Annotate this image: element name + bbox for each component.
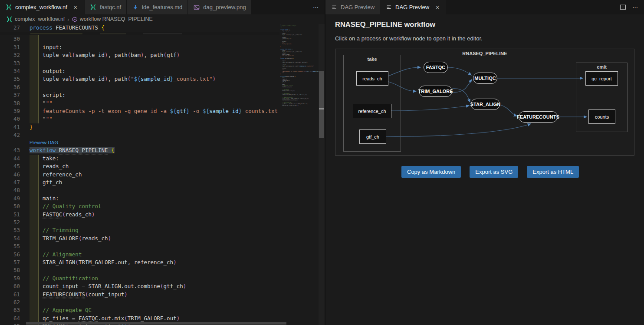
tab-dag-preview-png[interactable]: dag_preview.png: [188, 0, 251, 14]
indent-guide-highlight: [30, 306, 39, 314]
code-line-50[interactable]: 50 // Quality control: [0, 202, 279, 210]
more-actions-icon[interactable]: ⋯: [313, 4, 319, 10]
code-line-40[interactable]: 40 """: [0, 115, 279, 123]
code-text: [20, 131, 30, 139]
indent-guide-highlight: [30, 235, 39, 242]
code-line-62[interactable]: 62: [0, 298, 279, 306]
line-number: 62: [0, 298, 20, 306]
tab-label: DAG Preview: [341, 4, 375, 10]
nextflow-icon: [90, 4, 97, 11]
dag-channel-node-reads_ch[interactable]: reads_ch: [356, 71, 388, 86]
dag-process-node-STAR_ALIGN[interactable]: STAR_ALIGN: [471, 99, 500, 110]
breadcrumb-file[interactable]: complex_workflow.nf: [6, 16, 65, 23]
folded-lines-region[interactable]: [0, 32, 279, 35]
code-line-36[interactable]: 36: [0, 83, 279, 91]
minimap[interactable]: /* * Complex workflow example */process …: [280, 24, 319, 325]
line-number: 33: [0, 60, 20, 67]
code-line-45[interactable]: 45 reads_ch: [0, 162, 279, 170]
code-text: [20, 298, 30, 306]
code-line-37[interactable]: 37 script:: [0, 91, 279, 99]
code-line-33[interactable]: 33: [0, 60, 279, 67]
tab-complex-workflow-nf[interactable]: complex_workflow.nf×: [0, 0, 85, 14]
code-line-31[interactable]: 31 input:: [0, 43, 279, 51]
code-line-53[interactable]: 53 // Trimming: [0, 226, 279, 234]
code-text: [20, 83, 30, 91]
code-line-61[interactable]: 61 FEATURECOUNTS(count_input): [0, 291, 279, 298]
code-line-41[interactable]: 41}: [0, 123, 279, 131]
breadcrumb-separator: ›: [67, 16, 69, 23]
code-editor[interactable]: 27process FEATURECOUNTS {3031 input:32 t…: [0, 24, 325, 325]
close-icon[interactable]: ×: [72, 4, 79, 11]
code-line-56[interactable]: 56 // Alignment: [0, 251, 279, 259]
code-line-30[interactable]: 30: [0, 35, 279, 43]
code-line-52[interactable]: 52: [0, 219, 279, 226]
tab-dag-preview-dag-preview[interactable]: DAG Preview×: [380, 0, 447, 14]
close-icon[interactable]: ×: [434, 4, 441, 11]
dag-panel-hint: Click on a process or workflow node to o…: [335, 35, 483, 42]
line-number: 53: [0, 226, 20, 234]
code-line-58[interactable]: 58: [0, 266, 279, 274]
vertical-scrollbar[interactable]: [319, 24, 325, 325]
code-line-55[interactable]: 55: [0, 242, 279, 250]
preview-dag-codelens-link[interactable]: Preview DAG: [30, 139, 58, 146]
code-text: tuple val(sample_id), path("${sample_id}…: [20, 75, 216, 83]
vertical-scrollbar-thumb[interactable]: [319, 71, 324, 138]
dag-channel-node-gtf_ch[interactable]: gtf_ch: [359, 129, 386, 144]
code-line-46[interactable]: 46 reference_ch: [0, 171, 279, 179]
dag-channel-node-qc_report[interactable]: qc_report: [585, 71, 618, 86]
code-text: featureCounts -p -t exon -g gene_id -a $…: [20, 107, 279, 115]
code-line-51[interactable]: 51 FASTQC(reads_ch): [0, 211, 279, 219]
split-editor-icon[interactable]: [620, 4, 626, 10]
code-line-34[interactable]: 34 output:: [0, 67, 279, 75]
code-text: reads_ch: [20, 162, 69, 170]
dag-process-node-TRIM_GALORE[interactable]: TRIM_GALORE: [419, 86, 452, 97]
code-line-32[interactable]: 32 tuple val(sample_id), path(bam), path…: [0, 51, 279, 59]
code-line-27[interactable]: 27process FEATURECOUNTS {: [0, 24, 279, 32]
line-number: 35: [0, 75, 20, 83]
code-text: workflow RNASEQ_PIPELINE {: [20, 146, 115, 154]
indent-guide-highlight: [30, 155, 39, 162]
tab-fastqc-nf[interactable]: fastqc.nf: [85, 0, 127, 14]
code-line-60[interactable]: 60 count_input = STAR_ALIGN.out.combine(…: [0, 282, 279, 290]
indent-guide-highlight: [30, 115, 39, 123]
indent-guide-highlight: [30, 259, 39, 266]
left-tab-strip: complex_workflow.nf×fastqc.nfide_feature…: [0, 0, 325, 14]
indent-guide-highlight: [30, 202, 39, 210]
dag-process-node-FASTQC[interactable]: FASTQC: [424, 62, 448, 73]
horizontal-scrollbar[interactable]: [0, 322, 319, 325]
indent-guide-highlight: [30, 251, 39, 259]
dag-channel-node-counts[interactable]: counts: [588, 109, 615, 124]
line-number: 56: [0, 251, 20, 259]
export-as-svg-button[interactable]: Export as SVG: [470, 166, 518, 178]
code-line-63[interactable]: 63 // Aggregate QC: [0, 306, 279, 314]
vscode-window: complex_workflow.nf×fastqc.nfide_feature…: [0, 0, 644, 325]
export-as-html-button[interactable]: Export as HTML: [527, 166, 579, 178]
copy-as-markdown-button[interactable]: Copy as Markdown: [401, 166, 461, 178]
tab-dag-preview-dag-preview[interactable]: DAG Preview: [325, 0, 380, 14]
code-line-42[interactable]: 42: [0, 131, 279, 139]
code-line-48[interactable]: 48: [0, 186, 279, 194]
code-line-57[interactable]: 57 STAR_ALIGN(TRIM_GALORE.out, reference…: [0, 259, 279, 266]
indent-guide-highlight: [30, 35, 39, 43]
code-line-49[interactable]: 49 main:: [0, 195, 279, 202]
dag-process-node-FEATURECOUNTS[interactable]: FEATURECOUNTS: [519, 111, 558, 123]
code-line-35[interactable]: 35 tuple val(sample_id), path("${sample_…: [0, 75, 279, 83]
code-line-54[interactable]: 54 TRIM_GALORE(reads_ch): [0, 235, 279, 242]
overview-ruler-mark: [319, 108, 324, 109]
line-number: 48: [0, 186, 20, 194]
line-number: 47: [0, 179, 20, 186]
code-line-38[interactable]: 38 """: [0, 99, 279, 107]
horizontal-scrollbar-thumb[interactable]: [26, 322, 286, 325]
tab-label: ide_features.md: [142, 4, 182, 10]
code-line-44[interactable]: 44 take:: [0, 155, 279, 162]
more-actions-icon[interactable]: ⋯: [632, 4, 638, 10]
code-line-59[interactable]: 59 // Quantification: [0, 275, 279, 282]
dag-channel-node-reference_ch[interactable]: reference_ch: [353, 104, 391, 118]
tab-ide-features-md[interactable]: ide_features.md: [127, 0, 188, 14]
line-number: 42: [0, 131, 20, 139]
code-line-47[interactable]: 47 gtf_ch: [0, 179, 279, 186]
dag-process-node-MULTIQC[interactable]: MULTIQC: [473, 73, 497, 84]
code-line-39[interactable]: 39 featureCounts -p -t exon -g gene_id -…: [0, 107, 279, 115]
code-line-43[interactable]: 43workflow RNASEQ_PIPELINE {: [0, 146, 279, 154]
breadcrumb-symbol[interactable]: workflow RNASEQ_PIPELINE: [72, 16, 153, 22]
